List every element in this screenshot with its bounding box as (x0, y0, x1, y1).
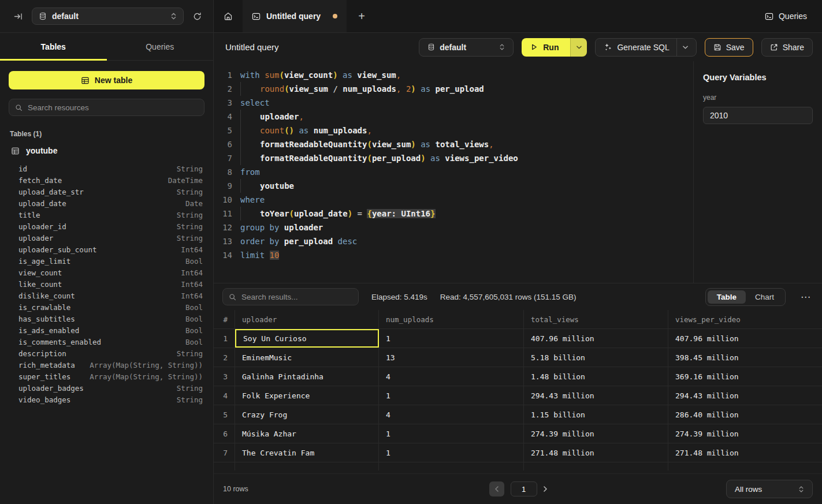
table-cell[interactable]: 271.48 million (668, 443, 822, 462)
code-text: count() as num_uploads, (240, 124, 372, 137)
view-toggle: Table Chart (705, 288, 786, 306)
resource-search-input[interactable] (28, 103, 198, 112)
table-cell[interactable]: 1 (379, 443, 524, 462)
table-cell[interactable]: 13 (379, 348, 524, 367)
column-name: fetch_date (18, 176, 62, 185)
column-type: Int64 (181, 268, 203, 277)
collapse-sidebar-button[interactable] (12, 10, 25, 23)
table-cell[interactable]: 5.18 billion (524, 348, 668, 367)
column-header[interactable]: uploader (235, 310, 379, 328)
results-search (222, 288, 359, 305)
code-line[interactable]: 5count() as num_uploads, (214, 124, 693, 137)
table-cell[interactable]: The Crevatin Fam (235, 443, 379, 462)
table-cell[interactable]: 369.16 million (668, 367, 822, 386)
home-button[interactable] (214, 0, 243, 32)
code-line[interactable]: 12group by uploader (214, 221, 693, 234)
share-button[interactable]: Share (761, 38, 813, 57)
sidebar-tab-queries[interactable]: Queries (107, 33, 214, 60)
code-line[interactable]: 2round(view_sum / num_uploads, 2) as per… (214, 82, 693, 96)
query-variables-panel: Query Variables year (693, 61, 822, 283)
schema-column-row: uploaderString (9, 232, 204, 244)
table-cell[interactable]: 274.39 million (524, 424, 668, 443)
database-selector[interactable]: default (32, 8, 184, 25)
table-cell[interactable]: Galinha Pintadinha (235, 367, 379, 386)
column-type: DateTime (168, 176, 203, 185)
sidebar-tab-tables[interactable]: Tables (0, 33, 107, 60)
table-cell[interactable]: 4 (379, 405, 524, 424)
column-header[interactable]: total_views (524, 310, 668, 328)
next-page-button[interactable] (544, 486, 547, 492)
schema-column-row: uploader_badgesString (9, 382, 204, 394)
variable-label-year: year (703, 94, 813, 102)
schema-column-row: like_countInt64 (9, 278, 204, 290)
schema-column-row: titleString (9, 209, 204, 221)
table-cell[interactable]: 286.40 million (668, 405, 822, 424)
code-line[interactable]: 8from (214, 165, 693, 179)
table-cell[interactable]: 1.48 billion (524, 367, 668, 386)
code-line[interactable]: 11toYear(upload_date) = {year: UInt16} (214, 207, 693, 221)
results-search-input[interactable] (241, 293, 352, 301)
code-line[interactable]: 3select (214, 96, 693, 110)
table-cell[interactable]: 271.48 million (524, 443, 668, 462)
table-cell[interactable]: 4 (379, 367, 524, 386)
previous-page-button[interactable] (489, 481, 504, 496)
code-text: formatReadableQuantity(per_upload) as vi… (240, 151, 518, 165)
table-cell[interactable]: 1 (379, 329, 524, 348)
elapsed-stat: Elapsed: 5.419s (371, 293, 427, 301)
column-header[interactable]: num_uploads (379, 310, 524, 328)
column-header[interactable]: views_per_video (668, 310, 822, 328)
table-cell[interactable]: 294.43 million (524, 386, 668, 405)
table-cell[interactable]: 1 (379, 386, 524, 405)
view-toggle-table[interactable]: Table (708, 290, 746, 304)
generate-sql-button[interactable]: Generate SQL (595, 38, 696, 57)
table-cell[interactable]: Folk Experience (235, 386, 379, 405)
table-cell[interactable]: EminemMusic (235, 348, 379, 367)
code-text: limit 10 (240, 248, 279, 262)
home-icon (224, 12, 233, 21)
code-line[interactable]: 6formatReadableQuantity(view_sum) as tot… (214, 137, 693, 151)
code-line[interactable]: 14limit 10 (214, 248, 693, 262)
header-row-number[interactable]: # (214, 310, 235, 328)
save-button[interactable]: Save (705, 38, 753, 57)
run-button-label: Run (543, 43, 559, 52)
row-number: 2 (214, 348, 235, 367)
table-cell[interactable]: 294.43 million (668, 386, 822, 405)
table-cell[interactable]: 407.96 million (524, 329, 668, 348)
more-options-button[interactable]: ⋯ (798, 291, 813, 303)
code-line[interactable]: 7formatReadableQuantity(per_upload) as v… (214, 151, 693, 165)
query-database-selector[interactable]: default (419, 38, 514, 57)
code-line[interactable]: 1with sum(view_count) as view_sum, (214, 68, 693, 82)
code-text: from (240, 165, 260, 179)
query-database-value: default (440, 43, 494, 52)
table-cell (214, 462, 235, 471)
queries-button[interactable]: Queries (750, 0, 822, 32)
refresh-button[interactable] (191, 10, 204, 23)
pagination: 1 (489, 481, 547, 496)
code-line[interactable]: 13order by per_upload desc (214, 234, 693, 248)
tab-untitled-query[interactable]: Untitled query (243, 0, 347, 32)
table-cell[interactable]: Músika Azhar (235, 424, 379, 443)
code-line[interactable]: 10where (214, 193, 693, 207)
table-item-youtube[interactable]: youtube (9, 145, 204, 156)
new-table-button[interactable]: New table (9, 71, 204, 89)
table-cell[interactable]: 274.39 million (668, 424, 822, 443)
table-cell[interactable]: 407.96 million (668, 329, 822, 348)
run-options-button[interactable] (570, 38, 587, 57)
view-toggle-chart[interactable]: Chart (746, 290, 783, 304)
column-name: uploader_sub_count (18, 245, 96, 254)
code-line[interactable]: 4uploader, (214, 110, 693, 124)
line-number: 9 (214, 179, 232, 193)
variable-input-year[interactable] (703, 107, 813, 124)
table-cell[interactable]: Soy Un Curioso (235, 329, 379, 348)
sql-editor[interactable]: 1with sum(view_count) as view_sum,2round… (214, 61, 693, 283)
table-cell[interactable]: Crazy Frog (235, 405, 379, 424)
code-line[interactable]: 9youtube (214, 179, 693, 193)
page-size-selector[interactable]: All rows (726, 480, 813, 498)
page-number[interactable]: 1 (511, 481, 537, 496)
run-button[interactable]: Run (522, 38, 570, 57)
new-tab-button[interactable]: + (347, 0, 377, 32)
code-text: formatReadableQuantity(view_sum) as tota… (240, 137, 494, 151)
table-cell[interactable]: 398.45 million (668, 348, 822, 367)
table-cell[interactable]: 1.15 billion (524, 405, 668, 424)
table-cell[interactable]: 1 (379, 424, 524, 443)
